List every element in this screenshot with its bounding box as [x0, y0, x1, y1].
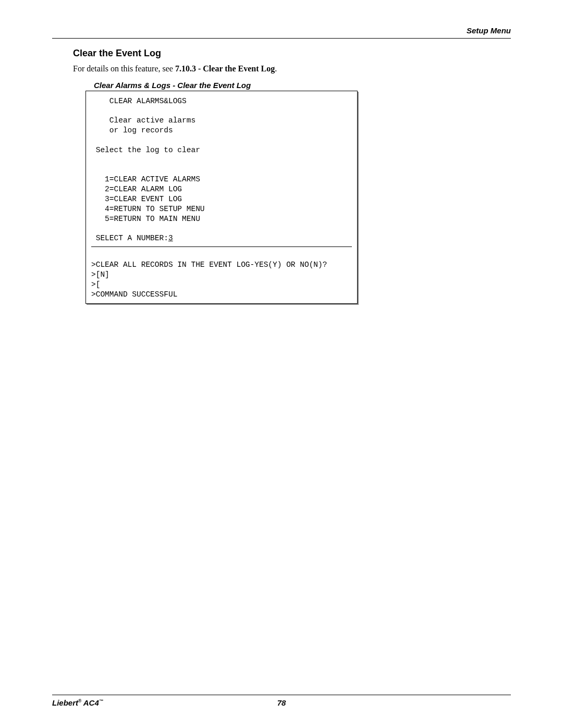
terminal-divider [91, 246, 352, 247]
terminal-option-1: 1=CLEAR ACTIVE ALARMS [91, 175, 352, 184]
trademark-icon: ™ [99, 699, 103, 704]
section-title: Clear the Event Log [73, 48, 511, 59]
terminal-option-5: 5=RETURN TO MAIN MENU [91, 214, 352, 224]
terminal-box: CLEAR ALARMS&LOGS Clear active alarms or… [85, 91, 358, 304]
terminal-blank [91, 106, 352, 116]
section-intro: For details on this feature, see 7.10.3 … [73, 63, 511, 75]
intro-suffix: . [275, 64, 277, 73]
terminal-input-default: >[N] [91, 270, 352, 280]
terminal-select-prompt: Select the log to clear [91, 145, 352, 155]
terminal-blank [91, 135, 352, 145]
panel-caption: Clear Alarms & Logs - Clear the Event Lo… [94, 81, 511, 90]
terminal-blank [91, 155, 352, 165]
footer-right-spacer [509, 698, 511, 707]
terminal-input-blank: >[ [91, 280, 352, 290]
page-footer: Liebert® AC4™ 78 [52, 695, 511, 707]
footer-page-number: 78 [52, 698, 511, 707]
terminal-option-3: 3=CLEAR EVENT LOG [91, 194, 352, 204]
document-page: Setup Menu Clear the Event Log For detai… [0, 0, 563, 728]
terminal-option-4: 4=RETURN TO SETUP MENU [91, 204, 352, 214]
terminal-option-2: 2=CLEAR ALARM LOG [91, 184, 352, 194]
footer-line: Liebert® AC4™ 78 [52, 698, 511, 707]
footer-left: Liebert® AC4™ [52, 698, 103, 707]
main-content: Clear the Event Log For details on this … [73, 48, 511, 304]
terminal-header: CLEAR ALARMS&LOGS [91, 96, 352, 106]
footer-model: AC4 [81, 698, 99, 707]
header-rule [52, 38, 511, 39]
terminal-select-number: SELECT A NUMBER:3 [91, 233, 352, 243]
terminal-blank [91, 250, 352, 260]
terminal-blank [91, 224, 352, 234]
intro-ref: 7.10.3 - Clear the Event Log [175, 64, 275, 73]
header-section-name: Setup Menu [467, 26, 511, 35]
intro-prefix: For details on this feature, see [73, 64, 175, 73]
terminal-desc2: or log records [91, 126, 352, 135]
terminal-desc1: Clear active alarms [91, 116, 352, 126]
terminal-blank [91, 165, 352, 175]
footer-brand: Liebert [52, 698, 78, 707]
terminal-confirm: >CLEAR ALL RECORDS IN THE EVENT LOG-YES(… [91, 260, 352, 270]
terminal-result: >COMMAND SUCCESSFUL [91, 290, 352, 300]
footer-rule [52, 695, 511, 695]
page-header-right: Setup Menu [52, 26, 511, 35]
